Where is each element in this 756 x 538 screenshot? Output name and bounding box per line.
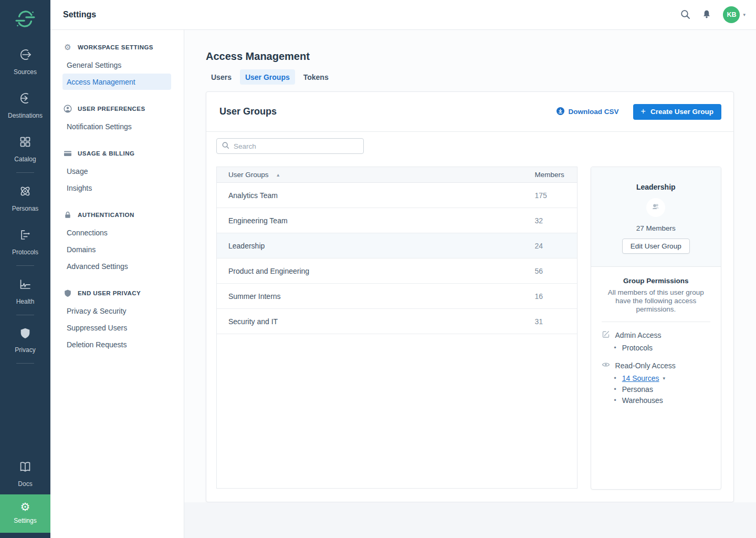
- permission-item: 14 Sources ▾: [614, 373, 710, 384]
- card-actions: Download CSV + Create User Group: [556, 104, 721, 120]
- lock-icon: [64, 211, 72, 219]
- group-members: 16: [535, 292, 577, 301]
- primary-nav: Sources Destinations: [0, 39, 50, 366]
- edit-user-group-button[interactable]: Edit User Group: [622, 239, 690, 254]
- user-menu: KB ▾: [723, 6, 746, 23]
- avatar[interactable]: KB: [723, 6, 740, 23]
- permission-label: Warehouses: [622, 395, 663, 406]
- sidebar-divider: [16, 363, 34, 364]
- nav-section-user-preferences: USER PREFERENCES Notification Settings: [50, 103, 184, 134]
- sidebar-item-health[interactable]: Health: [0, 268, 50, 312]
- group-avatar: [646, 198, 665, 217]
- user-icon: [64, 105, 72, 113]
- tab-tokens[interactable]: Tokens: [298, 69, 334, 85]
- table-row[interactable]: Engineering Team 32: [217, 208, 577, 233]
- sidebar-item-destinations[interactable]: Destinations: [0, 82, 50, 126]
- column-header-user-groups[interactable]: User Groups ▲: [217, 171, 535, 179]
- group-members: 32: [535, 216, 577, 225]
- eye-icon: [602, 360, 610, 370]
- sidebar-item-docs[interactable]: Docs: [0, 451, 50, 494]
- group-name: Analytics Team: [217, 191, 535, 200]
- sidebar-item-sources[interactable]: Sources: [0, 39, 50, 82]
- card-header: User Groups Download CSV: [206, 92, 733, 132]
- section-title: Access Management: [206, 50, 734, 63]
- nav-section-header: USAGE & BILLING: [50, 148, 184, 159]
- nav-section-end-user-privacy: END USER PRIVACY Privacy & Security Supp…: [50, 287, 184, 353]
- personas-icon: [17, 183, 33, 201]
- sidebar-item-label: Settings: [14, 517, 36, 524]
- sidebar-item-privacy[interactable]: Privacy: [0, 318, 50, 360]
- nav-section-title: END USER PRIVACY: [78, 290, 141, 296]
- sidebar-item-advanced-settings[interactable]: Advanced Settings: [62, 258, 171, 274]
- permission-item: Personas: [614, 384, 710, 395]
- tab-users[interactable]: Users: [206, 69, 237, 85]
- gear-icon: ⚙: [64, 43, 72, 51]
- divider: [602, 322, 710, 322]
- sidebar-item-label: Docs: [18, 480, 32, 488]
- catalog-icon: [17, 134, 33, 151]
- sidebar-item-general-settings[interactable]: General Settings: [62, 57, 171, 73]
- shield-icon: [64, 289, 72, 297]
- sidebar-item-protocols[interactable]: Protocols: [0, 219, 50, 263]
- group-people-icon: [651, 202, 660, 213]
- bell-icon: [702, 9, 711, 20]
- sources-count-link[interactable]: 14 Sources: [622, 373, 659, 384]
- sidebar-item-catalog[interactable]: Catalog: [0, 126, 50, 170]
- tab-user-groups[interactable]: User Groups: [240, 69, 295, 85]
- page-title: Settings: [63, 10, 96, 19]
- body-row: ⚙ WORKSPACE SETTINGS General Settings Ac…: [50, 30, 756, 538]
- sidebar-item-label: Protocols: [12, 249, 38, 256]
- app-window: Sources Destinations: [0, 0, 756, 538]
- sidebar-item-connections[interactable]: Connections: [62, 224, 171, 241]
- search-input[interactable]: [234, 142, 359, 150]
- edit-icon: [602, 330, 610, 340]
- nav-section-authentication: AUTHENTICATION Connections Domains Advan…: [50, 209, 184, 274]
- search-input-wrap: [216, 138, 364, 154]
- search-button[interactable]: [680, 9, 690, 21]
- sidebar-item-deletion-requests[interactable]: Deletion Requests: [62, 336, 171, 353]
- table-row[interactable]: Product and Engineering 56: [217, 258, 577, 284]
- content-footer-strip: [184, 502, 756, 538]
- settings-nav: ⚙ WORKSPACE SETTINGS General Settings Ac…: [50, 30, 184, 538]
- sidebar-item-privacy-security[interactable]: Privacy & Security: [62, 303, 171, 319]
- member-count: 27 Members: [596, 224, 716, 232]
- sidebar-item-insights[interactable]: Insights: [62, 180, 171, 196]
- group-members: 56: [535, 267, 577, 275]
- table-row[interactable]: Security and IT 31: [217, 309, 577, 334]
- sidebar-item-notification-settings[interactable]: Notification Settings: [62, 118, 171, 134]
- nav-section-header: END USER PRIVACY: [50, 287, 184, 299]
- health-icon: [17, 276, 33, 294]
- card-body: User Groups ▲ Members Analytics Team 175: [206, 132, 733, 490]
- download-csv-button[interactable]: Download CSV: [556, 107, 619, 117]
- user-groups-table: User Groups ▲ Members Analytics Team 175: [216, 167, 578, 489]
- table-row-selected[interactable]: Leadership 24: [217, 233, 577, 258]
- gear-icon: ⚙: [20, 501, 30, 513]
- notifications-button[interactable]: [702, 9, 711, 20]
- sidebar-item-domains[interactable]: Domains: [62, 241, 171, 257]
- sidebar-item-label: Catalog: [14, 156, 36, 163]
- content-row: User Groups ▲ Members Analytics Team 175: [216, 167, 721, 490]
- nav-section-title: WORKSPACE SETTINGS: [78, 44, 153, 50]
- nav-section-title: USER PREFERENCES: [78, 106, 145, 112]
- download-csv-label: Download CSV: [569, 108, 619, 116]
- read-only-access-header: Read-Only Access: [602, 360, 710, 370]
- table-row[interactable]: Summer Interns 16: [217, 284, 577, 309]
- segment-logo-icon[interactable]: [15, 8, 36, 30]
- group-members: 24: [535, 242, 577, 250]
- nav-section-title: USAGE & BILLING: [78, 150, 134, 157]
- sidebar-item-access-management[interactable]: Access Management: [62, 74, 171, 90]
- sort-ascending-icon: ▲: [276, 172, 280, 178]
- table-row[interactable]: Analytics Team 175: [217, 183, 577, 208]
- sidebar-item-usage[interactable]: Usage: [62, 163, 171, 179]
- chevron-down-icon[interactable]: ▾: [743, 12, 746, 17]
- column-header-members[interactable]: Members: [535, 171, 577, 179]
- sidebar-item-settings[interactable]: ⚙ Settings: [0, 494, 50, 533]
- sidebar-item-suppressed-users[interactable]: Suppressed Users: [62, 319, 171, 336]
- read-only-access-label: Read-Only Access: [615, 361, 676, 370]
- nav-section-header: ⚙ WORKSPACE SETTINGS: [50, 42, 184, 53]
- group-name: Engineering Team: [217, 216, 535, 225]
- nav-section-workspace-settings: ⚙ WORKSPACE SETTINGS General Settings Ac…: [50, 42, 184, 90]
- table-header-row: User Groups ▲ Members: [217, 167, 577, 183]
- sidebar-item-personas[interactable]: Personas: [0, 175, 50, 219]
- create-user-group-button[interactable]: + Create User Group: [633, 104, 721, 120]
